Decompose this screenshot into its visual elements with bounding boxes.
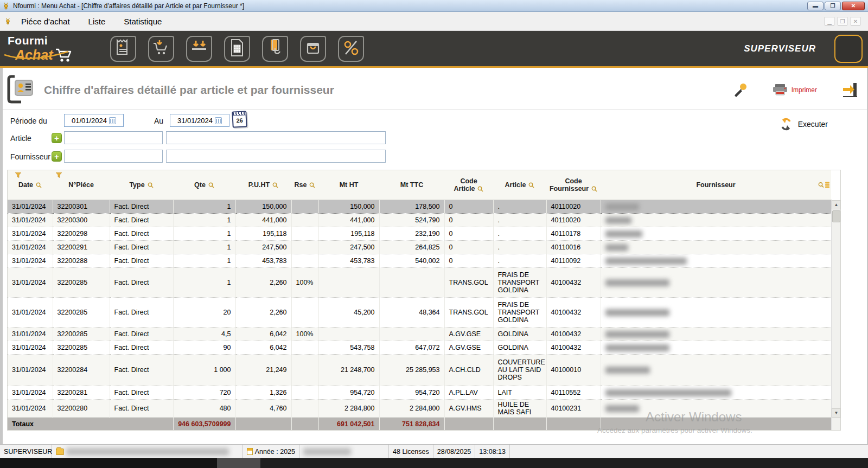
column-search-icon[interactable] (591, 186, 597, 192)
year-calendar-icon (247, 448, 253, 455)
table-row[interactable]: 31/01/202432200291Fact. Direct1247,50024… (8, 240, 831, 254)
column-search-icon[interactable] (272, 182, 278, 188)
payment-card-button[interactable] (262, 36, 288, 62)
fournisseur-code-input[interactable] (64, 150, 163, 163)
column-header-cell-type[interactable]: Type (110, 170, 173, 200)
column-header-cell-qte[interactable]: Qte (173, 170, 235, 200)
column-chooser-icon[interactable] (825, 181, 829, 188)
cell-mt_ht: 195,118 (318, 227, 379, 240)
column-search-icon[interactable] (36, 182, 42, 188)
column-header-cell-pu_ht[interactable]: P.U.HT (235, 170, 291, 200)
table-row[interactable]: 31/01/202432200301Fact. Direct1150,00015… (8, 200, 831, 213)
cell-article: . (493, 200, 546, 213)
column-header-date[interactable]: Date (18, 181, 33, 189)
minimize-button[interactable]: ▬ (807, 2, 824, 10)
column-header-qte[interactable]: Qte (194, 181, 206, 189)
table-row[interactable]: 31/01/202432200300Fact. Direct1441,00044… (8, 213, 831, 227)
column-header-cell-date[interactable]: Date (8, 170, 53, 200)
table-row[interactable]: 31/01/202432200285Fact. Direct906,042543… (8, 341, 831, 354)
table-row[interactable]: 31/01/202432200288Fact. Direct1453,78345… (8, 254, 831, 267)
cell-article: . (493, 213, 546, 227)
cell-pu_ht: 247,500 (235, 240, 291, 254)
cell-mt_ttc: 48,364 (379, 297, 444, 327)
cell-rse (291, 297, 318, 327)
mdi-restore-button[interactable]: ❐ (838, 17, 847, 25)
executer-button[interactable]: Executer (780, 118, 828, 131)
column-header-cell-rse[interactable]: Rse (291, 170, 318, 200)
menu-item-1[interactable]: Liste (88, 17, 106, 26)
print-button[interactable]: Imprimer (772, 84, 817, 97)
cell-rse (291, 341, 318, 354)
fournisseur-name-input[interactable] (166, 150, 386, 163)
vertical-scrollbar[interactable]: ▲ ▼ (831, 200, 840, 430)
close-button[interactable]: ✕ (842, 2, 865, 10)
column-header-cell-article[interactable]: Article (493, 170, 546, 200)
column-header-cell-code_article[interactable]: CodeArticle (444, 170, 493, 200)
purchase-bag-button[interactable] (300, 36, 326, 62)
mdi-close-button[interactable]: ✕ (851, 17, 860, 25)
exit-icon[interactable] (842, 82, 858, 98)
cell-qte: 20 (173, 297, 235, 327)
column-header-rse[interactable]: Rse (295, 181, 307, 189)
scroll-up-arrow[interactable]: ▲ (832, 200, 841, 209)
cell-type: Fact. Direct (110, 297, 173, 327)
filter-funnel-icon[interactable] (56, 172, 62, 179)
add-fournisseur-filter-button[interactable]: + (52, 151, 62, 162)
column-header-cell-piece[interactable]: N°Piéce (53, 170, 110, 200)
fournisseur-filter-label: Fournisseur (10, 152, 50, 161)
column-header-cell-fournisseur[interactable]: Fournisseur (601, 170, 831, 200)
date-to-calendar-icon[interactable] (215, 117, 222, 124)
column-header-mt_ttc[interactable]: Mt TTC (400, 181, 423, 189)
cell-pu_ht: 6,042 (235, 327, 291, 341)
pin-icon[interactable] (733, 83, 747, 97)
date-from-calendar-icon[interactable] (109, 117, 116, 124)
cell-mt_ttc: 25 285,953 (379, 354, 444, 386)
column-header-cell-mt_ht[interactable]: Mt HT (318, 170, 379, 200)
date-to-input[interactable]: 31/01/2024 (170, 114, 229, 127)
column-header-pu_ht[interactable]: P.U.HT (248, 181, 270, 189)
column-header-fournisseur[interactable]: Fournisseur (696, 181, 735, 189)
table-row[interactable]: 31/01/202432200285Fact. Direct12,260100%… (8, 267, 831, 297)
column-search-icon[interactable] (477, 186, 483, 192)
table-row[interactable]: 31/01/202432200285Fact. Direct202,26045,… (8, 297, 831, 327)
column-search-icon[interactable] (528, 182, 534, 188)
table-row[interactable]: 31/01/202432200281Fact. Direct7201,32695… (8, 386, 831, 399)
redacted-fournisseur (605, 405, 639, 412)
mdi-minimize-button[interactable]: ▁ (825, 17, 834, 25)
table-row[interactable]: 31/01/202432200284Fact. Direct1 00021,24… (8, 354, 831, 386)
scroll-thumb[interactable] (832, 210, 840, 222)
printer-icon (772, 84, 788, 97)
article-name-input[interactable] (166, 131, 386, 144)
restore-button[interactable]: ❐ (825, 2, 841, 10)
column-header-code_article[interactable]: CodeArticle (454, 177, 477, 193)
discount-percent-button[interactable] (338, 36, 364, 62)
cart-receive-button[interactable] (148, 36, 174, 62)
column-header-type[interactable]: Type (129, 181, 144, 189)
purchase-receipt-button[interactable] (110, 36, 136, 62)
goods-entry-button[interactable] (186, 36, 212, 62)
column-search-icon[interactable] (208, 182, 214, 188)
cell-mt_ttc: 232,190 (379, 227, 444, 240)
article-code-input[interactable] (64, 131, 163, 144)
column-search-icon[interactable] (148, 182, 154, 188)
filter-funnel-icon[interactable] (15, 172, 21, 179)
column-header-code_fournisseur[interactable]: CodeFournisseur (550, 177, 589, 193)
add-article-filter-button[interactable]: + (52, 133, 62, 143)
invoice-calculator-button[interactable] (224, 36, 250, 62)
scroll-down-arrow[interactable]: ▼ (832, 408, 841, 418)
date-from-input[interactable]: 01/01/2024 (64, 114, 124, 127)
calendar-picker-icon[interactable]: 26 (232, 111, 247, 127)
column-header-cell-code_fournisseur[interactable]: CodeFournisseur (546, 170, 601, 200)
menu-item-2[interactable]: Statistique (124, 17, 162, 26)
column-search-icon[interactable] (818, 182, 824, 188)
column-search-icon[interactable] (309, 182, 315, 188)
table-row[interactable]: 31/01/202432200285Fact. Direct4,56,04210… (8, 327, 831, 341)
menu-item-0[interactable]: Piéce d'achat (21, 17, 70, 26)
column-header-cell-mt_ttc[interactable]: Mt TTC (379, 170, 444, 200)
cell-rse (291, 386, 318, 399)
table-row[interactable]: 31/01/202432200298Fact. Direct1195,11819… (8, 227, 831, 240)
toolbar-slot-button[interactable] (834, 35, 863, 63)
column-header-article[interactable]: Article (505, 181, 526, 189)
column-header-piece[interactable]: N°Piéce (68, 181, 94, 189)
column-header-mt_ht[interactable]: Mt HT (340, 181, 359, 189)
